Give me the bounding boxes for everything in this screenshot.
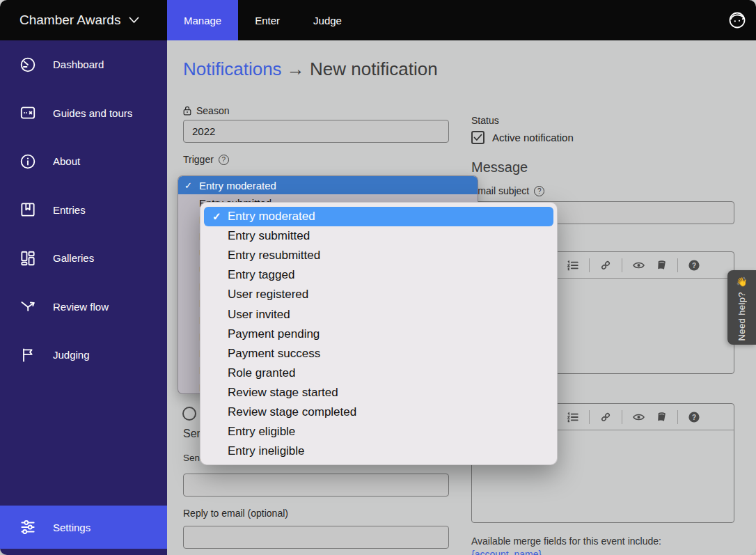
trigger-help-icon[interactable]: ? (219, 155, 229, 165)
sidebar-item-label: Dashboard (53, 58, 104, 70)
help-icon[interactable]: ? (688, 411, 700, 423)
active-notification-checkbox[interactable] (471, 131, 485, 144)
option-label: Review stage completed (228, 405, 356, 419)
lock-icon (183, 106, 191, 116)
toolbar-divider (589, 258, 590, 272)
source-book-icon[interactable] (655, 259, 668, 272)
user-avatar-icon[interactable] (727, 10, 747, 30)
option-label: Entry resubmitted (228, 249, 320, 263)
merge-field-link[interactable]: {account_name} (471, 549, 542, 555)
option-label: Review stage started (228, 386, 338, 400)
ordered-list-icon[interactable] (567, 259, 579, 272)
reply-to-label: Reply to email (optional) (183, 508, 288, 519)
option-label: User invited (228, 308, 290, 322)
dashboard-gauge-icon (19, 56, 37, 74)
toolbar-divider (677, 258, 678, 272)
chevron-down-icon (129, 17, 139, 24)
link-icon[interactable] (599, 411, 612, 423)
sender-email-input[interactable] (183, 474, 449, 497)
season-label: Season (183, 105, 229, 116)
option-label: Role granted (228, 366, 295, 380)
sidebar-item-galleries[interactable]: Galleries (0, 234, 167, 283)
tab-judge[interactable]: Judge (297, 0, 359, 40)
dropdown-option[interactable]: Review stage started (204, 383, 553, 402)
sidebar-item-label: Judging (53, 349, 90, 361)
dropdown-option[interactable]: User registered (204, 285, 553, 304)
sidebar-item-label: Review flow (53, 301, 109, 313)
tab-label: Judge (313, 15, 342, 26)
option-label: Entry eligible (228, 425, 295, 439)
svg-text:?: ? (692, 413, 696, 421)
top-bar: Chamber Awards Manage Enter Judge (0, 0, 756, 40)
check-icon: ✓ (212, 210, 221, 223)
status-label: Status (471, 115, 499, 126)
sidebar-item-guides[interactable]: Guides and tours (0, 89, 167, 138)
option-label: Entry moderated (199, 180, 276, 191)
trigger-dropdown-panel: ✓ Entry moderated Entry submitted Entry … (200, 202, 558, 465)
active-notification-label: Active notification (492, 132, 574, 143)
brand-label: Chamber Awards (19, 13, 120, 28)
tab-enter[interactable]: Enter (238, 0, 297, 40)
sidebar-item-entries[interactable]: Entries (0, 186, 167, 235)
link-icon[interactable] (599, 259, 612, 272)
source-book-icon[interactable] (655, 411, 668, 423)
option-label: Entry ineligible (228, 444, 305, 458)
check-icon: ✓ (184, 180, 192, 191)
toolbar-divider (622, 410, 622, 424)
preview-eye-icon[interactable] (632, 411, 645, 423)
tab-label: Manage (184, 15, 221, 26)
sidebar-item-label: Entries (53, 204, 86, 216)
dropdown-option[interactable]: Entry ineligible (204, 441, 553, 461)
email-subject-help-icon[interactable]: ? (534, 186, 544, 196)
page-title: New notification (310, 58, 438, 79)
bookmark-square-icon (19, 201, 37, 219)
dropdown-option[interactable]: Role granted (204, 364, 553, 383)
dropdown-option[interactable]: Review stage completed (204, 402, 553, 422)
sidebar-item-review-flow[interactable]: Review flow (0, 283, 167, 331)
reply-to-email-input[interactable] (183, 526, 449, 549)
option-label: Entry submitted (228, 229, 310, 243)
trigger-option-selected[interactable]: ✓ Entry moderated (178, 176, 478, 194)
masonry-grid-icon (19, 249, 37, 267)
tab-manage[interactable]: Manage (167, 0, 238, 40)
season-input[interactable] (183, 120, 449, 143)
help-icon[interactable]: ? (688, 259, 700, 272)
need-help-label: Need help? (737, 292, 747, 341)
flag-icon (19, 346, 37, 364)
sidebar: Dashboard Guides and tours About (0, 40, 167, 555)
wave-hand-icon: 👋 (736, 276, 747, 287)
breadcrumb-notifications-link[interactable]: Notifications (183, 58, 282, 79)
sidebar-item-label: Settings (53, 522, 90, 533)
sidebar-item-label: About (53, 155, 80, 167)
dropdown-option[interactable]: Entry resubmitted (204, 246, 553, 265)
map-icon (19, 104, 37, 122)
dropdown-option[interactable]: Entry eligible (204, 422, 553, 441)
dropdown-option[interactable]: Payment success (204, 344, 553, 364)
app-window: Chamber Awards Manage Enter Judge Dashbo… (0, 0, 756, 555)
dropdown-option[interactable]: User invited (204, 304, 553, 324)
option-label: Entry moderated (228, 210, 315, 224)
sidebar-item-settings[interactable]: Settings (0, 506, 167, 549)
toolbar-divider (589, 410, 590, 424)
dropdown-option[interactable]: Entry tagged (204, 265, 553, 285)
sidebar-item-judging[interactable]: Judging (0, 331, 167, 380)
workspace-switcher[interactable]: Chamber Awards (0, 13, 167, 28)
ordered-list-icon[interactable] (567, 411, 579, 423)
svg-text:?: ? (692, 261, 696, 269)
option-label: Entry tagged (228, 268, 294, 282)
toolbar-divider (622, 258, 622, 272)
dropdown-option[interactable]: Entry submitted (204, 226, 553, 246)
option-label: User registered (228, 288, 308, 302)
send-option-radio[interactable] (182, 407, 196, 421)
dropdown-option[interactable]: Payment pending (204, 325, 553, 344)
preview-eye-icon[interactable] (632, 259, 645, 272)
dropdown-option-selected[interactable]: ✓ Entry moderated (204, 207, 553, 226)
trigger-label: Trigger ? (183, 154, 229, 165)
need-help-tab[interactable]: 👋 Need help? (727, 270, 756, 345)
toolbar-divider (677, 410, 678, 424)
sidebar-item-about[interactable]: About (0, 137, 167, 186)
message-heading: Message (471, 159, 528, 175)
funnel-arrow-icon (19, 297, 37, 315)
info-circle-icon (19, 153, 37, 171)
sidebar-item-dashboard[interactable]: Dashboard (0, 40, 167, 89)
